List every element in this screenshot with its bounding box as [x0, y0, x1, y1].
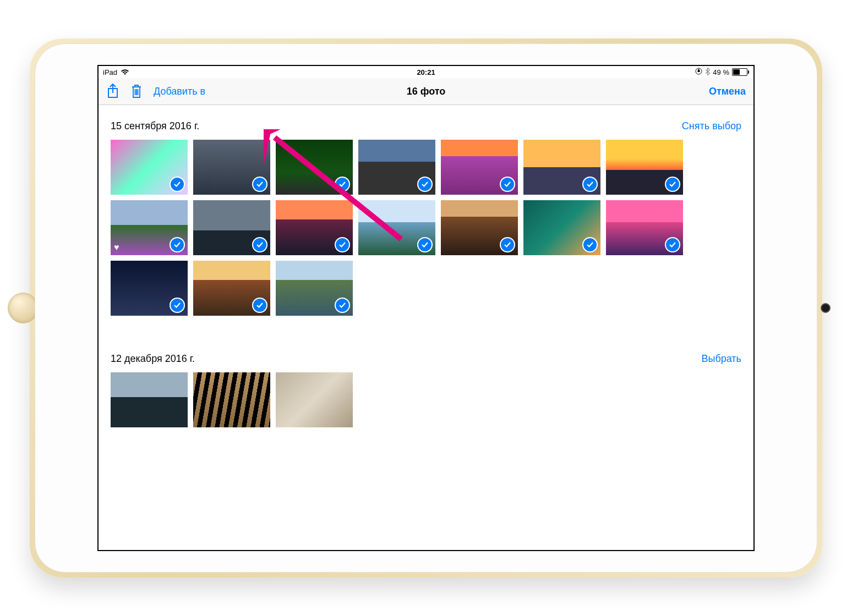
- screen: iPad 20:21 49 %: [97, 65, 755, 551]
- nav-bar: Добавить в 16 фото Отмена: [99, 78, 753, 105]
- section-header: 12 декабря 2016 г.Выбрать: [99, 338, 753, 372]
- photo-thumbnail[interactable]: [441, 200, 518, 255]
- selected-check-icon: [170, 237, 185, 252]
- selected-check-icon: [335, 177, 350, 192]
- selected-check-icon: [252, 237, 267, 252]
- photo-thumbnail[interactable]: [441, 140, 518, 195]
- selected-check-icon: [252, 177, 267, 192]
- home-button[interactable]: [8, 293, 39, 323]
- selected-check-icon: [170, 298, 185, 313]
- photo-thumbnail[interactable]: ♥: [111, 200, 188, 255]
- section-header: 15 сентября 2016 г.Снять выбор: [99, 105, 753, 140]
- photo-grid: ♥: [99, 140, 753, 338]
- photo-thumbnail[interactable]: [193, 372, 270, 427]
- favorite-heart-icon: ♥: [114, 243, 119, 252]
- bluetooth-icon: [705, 68, 710, 77]
- orientation-lock-icon: [695, 68, 702, 76]
- photo-thumbnail[interactable]: [358, 140, 435, 195]
- selected-check-icon: [665, 177, 680, 192]
- share-button[interactable]: [106, 83, 119, 100]
- photo-thumbnail[interactable]: [523, 140, 600, 195]
- section-date: 12 декабря 2016 г.: [111, 353, 195, 365]
- photo-thumbnail[interactable]: [193, 261, 270, 316]
- photo-thumbnail[interactable]: [111, 261, 188, 316]
- photo-thumbnail[interactable]: [606, 140, 683, 195]
- photo-thumbnail[interactable]: [276, 140, 353, 195]
- photo-content[interactable]: 15 сентября 2016 г.Снять выбор♥12 декабр…: [99, 105, 753, 551]
- ipad-device: iPad 20:21 49 %: [30, 38, 822, 578]
- selected-check-icon: [500, 237, 515, 252]
- section-date: 15 сентября 2016 г.: [111, 120, 199, 132]
- device-label: iPad: [103, 68, 117, 76]
- trash-button[interactable]: [130, 84, 143, 99]
- battery-icon: [732, 68, 749, 76]
- selected-check-icon: [417, 177, 433, 192]
- add-to-button[interactable]: Добавить в: [154, 86, 205, 97]
- cancel-button[interactable]: Отмена: [709, 86, 746, 97]
- battery-percent: 49 %: [713, 68, 729, 76]
- wifi-icon: [121, 69, 129, 75]
- status-time: 20:21: [99, 68, 753, 76]
- selected-check-icon: [252, 298, 267, 313]
- status-bar: iPad 20:21 49 %: [99, 66, 753, 78]
- photo-thumbnail[interactable]: [523, 200, 600, 255]
- photo-thumbnail[interactable]: [358, 200, 435, 255]
- selected-check-icon: [500, 177, 515, 192]
- photo-thumbnail[interactable]: [276, 261, 353, 316]
- photo-thumbnail[interactable]: [276, 372, 353, 427]
- photo-thumbnail[interactable]: [111, 372, 188, 427]
- selected-check-icon: [582, 237, 598, 252]
- photo-thumbnail[interactable]: [276, 200, 353, 255]
- photo-thumbnail[interactable]: [111, 140, 188, 195]
- section-action-button[interactable]: Снять выбор: [682, 120, 741, 132]
- selected-check-icon: [665, 237, 680, 252]
- selected-check-icon: [417, 237, 433, 252]
- photo-thumbnail[interactable]: [606, 200, 683, 255]
- section-action-button[interactable]: Выбрать: [701, 353, 741, 365]
- photo-thumbnail[interactable]: [193, 200, 270, 255]
- selected-check-icon: [335, 237, 350, 252]
- selected-check-icon: [335, 298, 350, 313]
- photo-thumbnail[interactable]: [193, 140, 270, 195]
- front-camera: [821, 303, 831, 313]
- selected-check-icon: [170, 177, 185, 192]
- photo-grid: [99, 372, 753, 449]
- selected-check-icon: [582, 177, 598, 192]
